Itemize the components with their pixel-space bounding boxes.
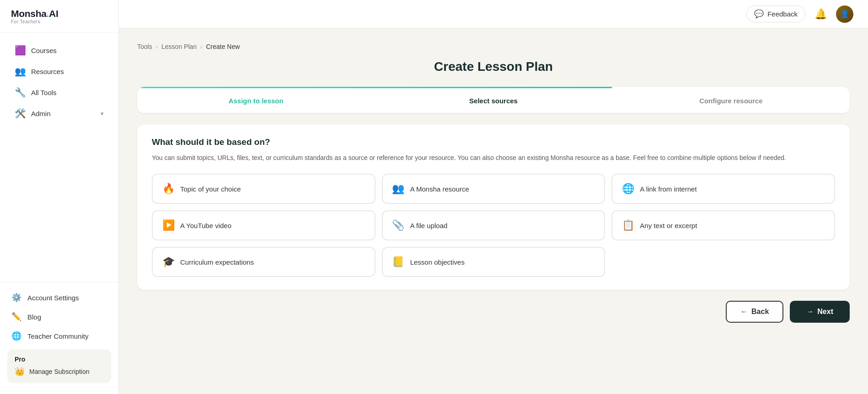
youtube-icon: ▶️ (162, 219, 175, 231)
manage-subscription-label: Manage Subscription (29, 368, 90, 375)
topic-icon: 🔥 (162, 183, 175, 195)
blog-icon: ✏️ (11, 312, 22, 322)
content-area: Tools › Lesson Plan › Create New Create … (119, 28, 868, 394)
buttons-row: ← Back → Next (137, 301, 850, 323)
community-icon: 🌐 (11, 331, 22, 341)
sources-grid: 🔥 Topic of your choice 👥 A Monsha resour… (152, 174, 835, 277)
source-option-topic[interactable]: 🔥 Topic of your choice (152, 174, 375, 204)
breadcrumb-tools[interactable]: Tools (137, 43, 152, 50)
breadcrumb-sep-2: › (200, 43, 202, 50)
pro-label: Pro (15, 356, 104, 363)
logo-text: Monsha.AI (11, 8, 59, 19)
admin-icon: 🛠️ (15, 108, 26, 119)
source-card-title: What should it be based on? (152, 137, 835, 147)
source-option-link[interactable]: 🌐 A link from internet (611, 174, 835, 204)
source-option-file-label: A file upload (410, 222, 448, 229)
tab-configure-resource[interactable]: Configure resource (612, 87, 850, 113)
sidebar-nav: 🟪 Courses 👥 Resources 🔧 All Tools 🛠️ Adm… (0, 33, 118, 282)
file-icon: 📎 (392, 219, 405, 231)
next-arrow-icon: → (806, 308, 814, 316)
crown-icon: 👑 (15, 367, 25, 377)
source-option-text[interactable]: 📋 Any text or excerpt (611, 210, 835, 240)
back-arrow-icon: ← (740, 308, 748, 316)
sidebar-item-label: Account Settings (27, 294, 79, 302)
sidebar-item-label: Admin (31, 110, 51, 117)
tab-assign-to-lesson[interactable]: Assign to lesson (137, 87, 375, 113)
source-option-curriculum-label: Curriculum expectations (180, 258, 254, 266)
source-card-description: You can submit topics, URLs, files, text… (152, 153, 835, 163)
curriculum-icon: 🎓 (162, 256, 175, 268)
source-option-youtube[interactable]: ▶️ A YouTube video (152, 210, 375, 240)
next-label: Next (817, 308, 833, 316)
sidebar-item-label: Teacher Community (27, 332, 88, 340)
sidebar-item-label: All Tools (31, 89, 57, 96)
source-option-monsha-label: A Monsha resource (410, 185, 469, 193)
logo: Monsha.AI For Teachers (0, 0, 118, 33)
avatar-image: 👤 (840, 10, 849, 18)
chat-icon: 💬 (754, 9, 764, 19)
progress-bar (137, 87, 612, 88)
bell-icon: 🔔 (814, 8, 827, 20)
tools-icon: 🔧 (15, 87, 26, 98)
sidebar-item-account-settings[interactable]: ⚙️ Account Settings (0, 288, 118, 307)
monsha-icon: 👥 (392, 183, 405, 195)
source-option-monsha[interactable]: 👥 A Monsha resource (382, 174, 605, 204)
next-button[interactable]: → Next (790, 301, 850, 323)
steps-header: Assign to lesson Select sources Configur… (137, 87, 850, 113)
objectives-icon: 📒 (392, 256, 405, 268)
source-option-file[interactable]: 📎 A file upload (382, 210, 605, 240)
manage-subscription-button[interactable]: 👑 Manage Subscription (15, 367, 104, 377)
back-label: Back (751, 308, 769, 316)
breadcrumb-lesson-plan[interactable]: Lesson Plan (161, 43, 197, 50)
avatar[interactable]: 👤 (836, 5, 853, 23)
feedback-button[interactable]: 💬 Feedback (746, 5, 805, 22)
breadcrumb: Tools › Lesson Plan › Create New (137, 43, 850, 50)
chevron-down-icon: ▾ (101, 110, 104, 117)
breadcrumb-sep-1: › (156, 43, 158, 50)
account-settings-icon: ⚙️ (11, 293, 22, 303)
sidebar-bottom: ⚙️ Account Settings ✏️ Blog 🌐 Teacher Co… (0, 282, 118, 394)
sidebar-item-courses[interactable]: 🟪 Courses (4, 40, 115, 60)
tab-select-sources[interactable]: Select sources (375, 87, 612, 113)
steps-card: Assign to lesson Select sources Configur… (137, 87, 850, 113)
source-option-youtube-label: A YouTube video (180, 222, 231, 229)
sidebar-item-label: Courses (31, 47, 57, 54)
sidebar-item-resources[interactable]: 👥 Resources (4, 61, 115, 81)
sidebar: Monsha.AI For Teachers 🟪 Courses 👥 Resou… (0, 0, 119, 394)
header: 💬 Feedback 🔔 👤 (119, 0, 868, 28)
courses-icon: 🟪 (15, 45, 26, 56)
logo-tagline: For Teachers (11, 19, 40, 24)
page-title: Create Lesson Plan (137, 59, 850, 74)
sidebar-item-all-tools[interactable]: 🔧 All Tools (4, 82, 115, 102)
source-card: What should it be based on? You can subm… (137, 124, 850, 290)
sidebar-item-label: Blog (27, 313, 41, 321)
pro-box: Pro 👑 Manage Subscription (7, 349, 111, 383)
source-option-link-label: A link from internet (640, 185, 697, 193)
source-option-objectives-label: Lesson objectives (410, 258, 465, 266)
back-button[interactable]: ← Back (726, 301, 783, 323)
sidebar-item-blog[interactable]: ✏️ Blog (0, 307, 118, 326)
sidebar-item-admin[interactable]: 🛠️ Admin ▾ (4, 103, 115, 123)
source-option-topic-label: Topic of your choice (180, 185, 241, 193)
source-option-curriculum[interactable]: 🎓 Curriculum expectations (152, 247, 375, 277)
link-icon: 🌐 (622, 183, 634, 195)
notification-button[interactable]: 🔔 (814, 8, 827, 20)
source-option-objectives[interactable]: 📒 Lesson objectives (382, 247, 605, 277)
sidebar-item-teacher-community[interactable]: 🌐 Teacher Community (0, 326, 118, 346)
text-icon: 📋 (622, 219, 634, 231)
source-option-text-label: Any text or excerpt (640, 222, 697, 229)
feedback-label: Feedback (767, 10, 798, 18)
resources-icon: 👥 (15, 66, 26, 77)
breadcrumb-current: Create New (206, 43, 240, 50)
sidebar-item-label: Resources (31, 68, 64, 75)
main-area: 💬 Feedback 🔔 👤 Tools › Lesson Plan › Cre… (119, 0, 868, 394)
